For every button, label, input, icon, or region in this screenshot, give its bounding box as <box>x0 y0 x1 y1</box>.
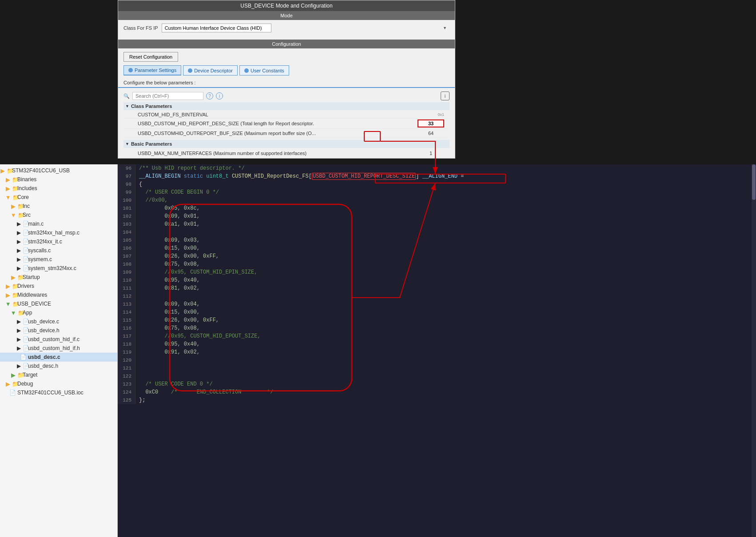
tree-label-target: Target <box>23 372 37 378</box>
param-value-2[interactable] <box>418 119 444 127</box>
tree-item-target[interactable]: ▶ 📁 Target <box>0 370 117 379</box>
tree-label-root: STM32F401CCU6_USB <box>12 167 70 174</box>
line-content-106: 0x15, 0x00, <box>135 244 203 252</box>
tree-item-startup[interactable]: ▶ 📁 Startup <box>0 273 117 282</box>
tree-item-it-c[interactable]: ▶ 📄 stm32f4xx_it.c <box>0 237 117 246</box>
middlewares-folder-icon: ▶ 📁 <box>9 291 16 298</box>
tree-item-drivers[interactable]: ▶ 📁 Drivers <box>0 282 117 290</box>
custom-hid-if-h-icon: ▶ 📄 <box>20 345 27 352</box>
info-icon-1[interactable]: ? <box>206 92 213 99</box>
line-content-99: /* USER CODE BEGIN 0 */ <box>135 188 223 196</box>
class-label: Class For FS IP <box>123 25 158 31</box>
config-panel-title: USB_DEVICE Mode and Configuration <box>118 0 455 11</box>
tab-device-descriptor[interactable]: Device Descriptor <box>183 65 238 76</box>
info-icon-dark[interactable]: i <box>441 91 450 100</box>
tree-item-inc[interactable]: ▶ 📁 Inc <box>0 202 117 211</box>
config-panel: USB_DEVICE Mode and Configuration Mode C… <box>118 0 455 159</box>
line-content-114: 0x15, 0x00, <box>135 308 203 316</box>
code-line-125: 125 }; <box>118 396 756 404</box>
line-num-99: 99 <box>118 188 135 196</box>
tree-item-usb-device-c[interactable]: ▶ 📄 usb_device.c <box>0 317 117 326</box>
root-folder-icon: ▶ 📁 <box>4 167 11 174</box>
tab-label-param: Parameter Settings <box>135 68 176 73</box>
param-row-3: USBD_CUSTOMHID_OUTREPORT_BUF_SIZE (Maxim… <box>123 129 450 138</box>
line-content-107: 0x26, 0x00, 0xFF, <box>135 252 223 260</box>
code-line-108: 108 0x75, 0x08, <box>118 260 756 268</box>
tree-item-debug[interactable]: ▶ 📁 Debug <box>0 379 117 388</box>
scrollbar[interactable] <box>752 164 756 537</box>
tree-item-sysmem[interactable]: ▶ 📄 sysmem.c <box>0 255 117 264</box>
tree-label-usb-device-c: usb_device.c <box>28 318 59 325</box>
param-row-basic-1: USBD_MAX_NUM_INTERFACES (Maximum number … <box>123 149 450 158</box>
line-content-115: 0x26, 0x00, 0xFF, <box>135 316 223 324</box>
tree-label-custom-hid-if-h: usbd_custom_hid_if.h <box>28 345 80 351</box>
line-num-109: 109 <box>118 268 135 276</box>
tree-item-system-stm[interactable]: ▶ 📄 system_stm32f4xx.c <box>0 264 117 273</box>
line-num-101: 101 <box>118 204 135 212</box>
code-line-101: 101 0x05, 0x8c, <box>118 204 756 212</box>
line-content-98: { <box>135 180 146 188</box>
class-select-wrapper[interactable]: Custom Human Interface Device Class (HID… <box>162 24 450 32</box>
line-num-111: 111 <box>118 284 135 292</box>
info-icon-2[interactable]: i <box>216 92 223 99</box>
code-line-112: 112 <box>118 292 756 300</box>
tree-item-src[interactable]: ▼ 📁 Src <box>0 211 117 219</box>
usb-device-folder-icon: ▼ 📁 <box>9 300 16 307</box>
tree-label-usbd-desc-c: usbd_desc.c <box>28 354 60 360</box>
code-line-104: 104 <box>118 228 756 236</box>
class-select[interactable]: Custom Human Interface Device Class (HID… <box>162 24 271 32</box>
search-input[interactable] <box>132 92 203 100</box>
code-line-106: 106 0x15, 0x00, <box>118 244 756 252</box>
tree-item-root[interactable]: ▶ 📁 STM32F401CCU6_USB <box>0 166 117 175</box>
scrollbar-thumb[interactable] <box>752 164 756 200</box>
tree-label-core: Core <box>17 194 29 200</box>
line-content-119: 0x91, 0x02, <box>135 348 203 356</box>
tree-item-binaries[interactable]: ▶ 📁 Binaries <box>0 175 117 184</box>
tab-label-user: User Constants <box>251 68 284 73</box>
tree-label-it-c: stm32f4xx_it.c <box>28 239 62 245</box>
tree-item-custom-hid-if-c[interactable]: ▶ 📄 usbd_custom_hid_if.c <box>0 335 117 344</box>
tree-label-binaries: Binaries <box>17 176 36 183</box>
tree-label-includes: Includes <box>17 185 37 191</box>
tree-item-usbd-desc-h[interactable]: ▶ 📄 usbd_desc.h <box>0 362 117 370</box>
tree-item-app[interactable]: ▼ 📁 App <box>0 308 117 317</box>
tree-label-custom-hid-if-c: usbd_custom_hid_if.c <box>28 336 80 342</box>
startup-folder-icon: ▶ 📁 <box>14 274 21 281</box>
param-row-1: CUSTOM_HID_FS_BINTERVAL 0x1 <box>123 111 450 119</box>
tree-item-syscalls[interactable]: ▶ 📄 syscalls.c <box>0 246 117 255</box>
inc-folder-icon: ▶ 📁 <box>14 203 21 210</box>
code-line-105: 105 0x09, 0x03, <box>118 236 756 244</box>
tree-label-debug: Debug <box>17 381 33 387</box>
line-num-110: 110 <box>118 276 135 284</box>
tree-item-usb-device[interactable]: ▼ 📁 USB_DEVICE <box>0 299 117 308</box>
reset-config-button[interactable]: Reset Configuration <box>123 52 178 62</box>
basic-params-header[interactable]: ▼ Basic Parameters <box>123 140 450 148</box>
tree-item-core[interactable]: ▼ 📁 Core <box>0 193 117 202</box>
param-name-1: CUSTOM_HID_FS_BINTERVAL <box>129 112 438 117</box>
class-params-header[interactable]: ▼ Class Parameters <box>123 102 450 110</box>
code-line-107: 107 0x26, 0x00, 0xFF, <box>118 252 756 260</box>
tree-item-main-c[interactable]: ▶ 📄 main.c <box>0 219 117 228</box>
tab-user-constants[interactable]: User Constants <box>239 65 289 76</box>
line-content-102: 0x09, 0x01, <box>135 212 203 220</box>
tab-icon-user <box>244 68 249 73</box>
line-num-119: 119 <box>118 348 135 356</box>
tree-item-usb-device-h[interactable]: ▶ 📄 usb_device.h <box>0 326 117 335</box>
tree-item-ioc[interactable]: 📄 STM32F401CCU6_USB.ioc <box>0 388 117 397</box>
line-num-106: 106 <box>118 244 135 252</box>
tree-label-hal-msp: stm32f4xx_hal_msp.c <box>28 230 80 236</box>
param-name-3: USBD_CUSTOMHID_OUTREPORT_BUF_SIZE (Maxim… <box>129 131 418 136</box>
code-line-97: 97 __ALIGN_BEGIN static uint8_t CUSTOM_H… <box>118 172 756 180</box>
code-line-118: 118 0x95, 0x40, <box>118 340 756 348</box>
code-line-115: 115 0x26, 0x00, 0xFF, <box>118 316 756 324</box>
search-row: 🔍 ? i i <box>118 90 455 102</box>
tab-parameter-settings[interactable]: Parameter Settings <box>123 65 181 76</box>
usbd-desc-h-icon: ▶ 📄 <box>20 362 27 370</box>
tree-item-usbd-desc-c[interactable]: 📄 usbd_desc.c <box>0 353 117 362</box>
tree-item-custom-hid-if-h[interactable]: ▶ 📄 usbd_custom_hid_if.h <box>0 344 117 353</box>
tree-item-hal-msp[interactable]: ▶ 📄 stm32f4xx_hal_msp.c <box>0 228 117 237</box>
code-line-117: 117 //0x95, CUSTOM_HID_EPOUT_SIZE, <box>118 332 756 340</box>
tree-item-middlewares[interactable]: ▶ 📁 Middlewares <box>0 290 117 299</box>
tree-item-includes[interactable]: ▶ 📁 Includes <box>0 184 117 193</box>
code-line-121: 121 <box>118 364 756 372</box>
